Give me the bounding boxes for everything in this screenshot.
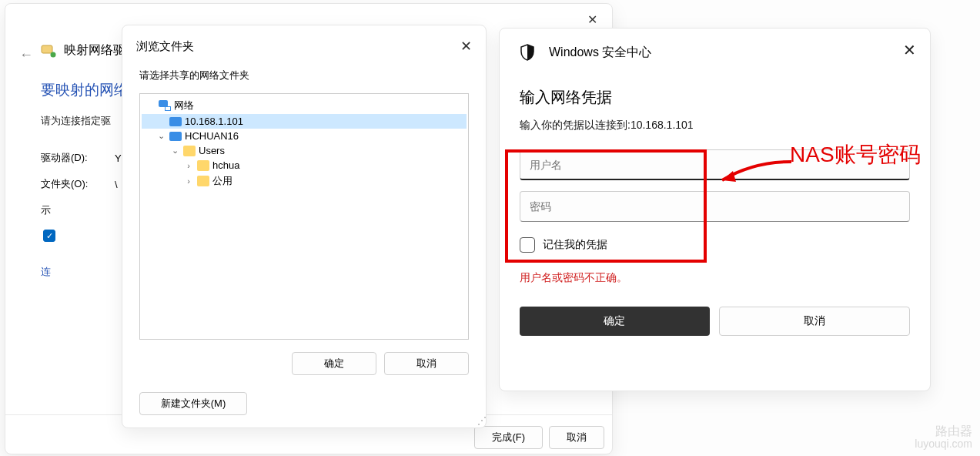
example-label: 示 bbox=[41, 203, 51, 217]
ok-button[interactable]: 确定 bbox=[292, 352, 376, 375]
chevron-down-icon[interactable]: ⌄ bbox=[169, 146, 180, 156]
reconnect-checkbox[interactable]: ✓ bbox=[43, 230, 55, 242]
svg-point-1 bbox=[51, 52, 56, 57]
folder-label: 文件夹(O): bbox=[41, 177, 102, 191]
computer-icon bbox=[169, 132, 182, 141]
network-drive-icon bbox=[41, 43, 56, 59]
tree-user1-node[interactable]: ›hchua bbox=[142, 158, 467, 173]
browse-folder-dialog: 浏览文件夹 ✕ 请选择共享的网络文件夹 网络 10.168.1.101 ⌄HCH… bbox=[122, 25, 487, 428]
svg-rect-0 bbox=[42, 45, 52, 53]
folder-icon bbox=[197, 160, 209, 171]
folder-icon bbox=[197, 176, 209, 186]
error-message: 用户名或密码不正确。 bbox=[520, 271, 910, 285]
remember-checkbox[interactable] bbox=[520, 237, 535, 253]
remember-label: 记住我的凭据 bbox=[543, 238, 607, 252]
tree-public-node[interactable]: ›公用 bbox=[142, 173, 467, 189]
new-folder-button[interactable]: 新建文件夹(M) bbox=[139, 392, 247, 415]
back-arrow-icon[interactable]: ← bbox=[19, 47, 33, 63]
chevron-right-icon[interactable]: › bbox=[183, 176, 194, 186]
computer-icon bbox=[169, 117, 182, 126]
browse-subtitle: 请选择共享的网络文件夹 bbox=[122, 62, 486, 93]
tree-users-node[interactable]: ⌄Users bbox=[142, 143, 467, 158]
close-icon[interactable]: ✕ bbox=[460, 38, 472, 55]
security-heading: 输入网络凭据 bbox=[520, 87, 910, 108]
cancel-button[interactable]: 取消 bbox=[384, 352, 469, 375]
shield-icon bbox=[520, 44, 535, 61]
folder-icon bbox=[183, 146, 196, 156]
security-title: Windows 安全中心 bbox=[549, 45, 651, 61]
watermark: 路由器 luyouqi.com bbox=[915, 424, 972, 450]
windows-security-dialog: Windows 安全中心 ✕ 输入网络凭据 输入你的凭据以连接到:10.168.… bbox=[499, 28, 931, 391]
tree-network[interactable]: 网络 bbox=[142, 97, 467, 114]
folder-tree[interactable]: 网络 10.168.1.101 ⌄HCHUAN16 ⌄Users ›hchua … bbox=[139, 93, 469, 340]
cancel-button[interactable]: 取消 bbox=[549, 426, 604, 449]
chevron-down-icon[interactable]: ⌄ bbox=[156, 131, 166, 141]
resize-grip-icon[interactable]: ⋰ bbox=[477, 415, 484, 426]
drive-label: 驱动器(D): bbox=[41, 151, 102, 165]
close-icon[interactable]: ✕ bbox=[903, 41, 916, 59]
chevron-right-icon[interactable]: › bbox=[183, 161, 194, 170]
cancel-button[interactable]: 取消 bbox=[719, 307, 911, 336]
password-input[interactable] bbox=[520, 191, 910, 222]
tree-ip-node[interactable]: 10.168.1.101 bbox=[142, 114, 467, 129]
ok-button[interactable]: 确定 bbox=[520, 307, 710, 336]
annotation-text: NAS账号密码 bbox=[790, 140, 921, 169]
security-subtitle: 输入你的凭据以连接到:10.168.1.101 bbox=[520, 119, 910, 132]
network-icon bbox=[159, 100, 171, 111]
browse-title: 浏览文件夹 bbox=[136, 39, 194, 54]
finish-button[interactable]: 完成(F) bbox=[474, 426, 543, 449]
annotation-arrow-icon bbox=[707, 159, 793, 185]
tree-host-node[interactable]: ⌄HCHUAN16 bbox=[142, 129, 467, 143]
